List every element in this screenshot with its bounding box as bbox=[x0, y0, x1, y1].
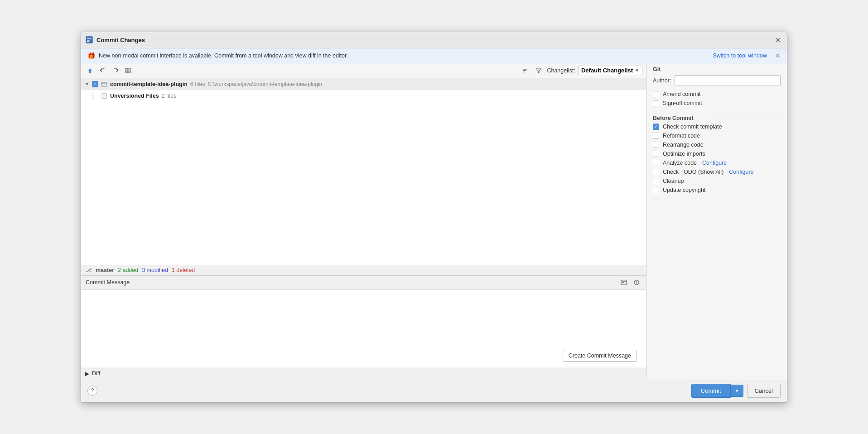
check-commit-template-label: Check commit template bbox=[663, 124, 722, 130]
toolbar: Changelist: Default Changelist ▼ bbox=[81, 63, 646, 78]
rearrange-code-row: Rearrange code bbox=[646, 140, 787, 149]
git-title: Git bbox=[653, 66, 715, 72]
changelist-label: Changelist: bbox=[547, 67, 575, 74]
cancel-button[interactable]: Cancel bbox=[747, 384, 781, 398]
amend-commit-label[interactable]: Amend commit bbox=[663, 91, 700, 97]
svg-rect-4 bbox=[125, 68, 128, 70]
before-commit-divider bbox=[719, 118, 781, 118]
commit-message-header: Commit Message bbox=[81, 276, 646, 290]
author-row: Author: bbox=[646, 73, 787, 90]
info-bar-close-icon[interactable]: ✕ bbox=[775, 52, 781, 59]
unversioned-expand-arrow: ▶ bbox=[85, 93, 92, 98]
filter-btn[interactable] bbox=[533, 65, 544, 76]
cleanup-checkbox[interactable] bbox=[653, 178, 659, 184]
reformat-code-row: Reformat code bbox=[646, 131, 787, 140]
bottom-bar: ? Commit ▼ Cancel bbox=[81, 379, 787, 402]
repo-count: 6 files bbox=[190, 81, 205, 87]
svg-rect-6 bbox=[125, 71, 128, 73]
rearrange-code-checkbox[interactable] bbox=[653, 142, 659, 148]
title-bar: Commit Changes ✕ bbox=[81, 32, 787, 48]
sign-off-commit-label[interactable]: Sign-off commit bbox=[663, 100, 702, 106]
file-tree: ▼ ✓ commit-template-idea-plugin 6 files … bbox=[81, 78, 646, 265]
check-todo-checkbox[interactable] bbox=[653, 169, 659, 175]
redo-btn[interactable] bbox=[110, 65, 121, 76]
commit-button-group: Commit ▼ bbox=[691, 384, 743, 398]
optimize-imports-row: Optimize imports bbox=[646, 149, 787, 158]
update-copyright-label: Update copyright bbox=[663, 187, 706, 193]
svg-rect-5 bbox=[129, 68, 131, 70]
analyze-code-checkbox[interactable] bbox=[653, 160, 659, 166]
changelist-dropdown[interactable]: Default Changelist ▼ bbox=[578, 66, 642, 75]
expand-arrow: ▼ bbox=[85, 81, 92, 86]
info-bar-text: New non-modal commit interface is availa… bbox=[99, 52, 709, 59]
svg-point-13 bbox=[103, 82, 104, 83]
repo-name: commit-template-idea-plugin bbox=[110, 81, 188, 87]
amend-commit-checkbox[interactable] bbox=[653, 91, 659, 97]
amend-commit-row: Amend commit bbox=[646, 90, 787, 99]
diff-section[interactable]: ▶ Diff bbox=[81, 368, 646, 379]
svg-rect-2 bbox=[87, 40, 90, 41]
repo-path: C:\workspace\java\commit-template-idea-p… bbox=[208, 81, 323, 87]
app-icon bbox=[86, 36, 93, 43]
reformat-code-checkbox[interactable] bbox=[653, 133, 659, 139]
unversioned-checkbox[interactable] bbox=[92, 93, 98, 99]
optimize-imports-label: Optimize imports bbox=[663, 151, 705, 157]
chevron-down-icon: ▼ bbox=[635, 68, 639, 73]
update-copyright-row: Update copyright bbox=[646, 186, 787, 195]
changelist-value: Default Changelist bbox=[581, 67, 633, 74]
svg-rect-7 bbox=[129, 71, 131, 73]
cleanup-label: Cleanup bbox=[663, 178, 684, 184]
repo-row[interactable]: ▼ ✓ commit-template-idea-plugin 6 files … bbox=[81, 78, 646, 90]
unversioned-name: Unversioned Files bbox=[110, 93, 159, 99]
repo-checkbox[interactable]: ✓ bbox=[92, 81, 98, 87]
help-button[interactable]: ? bbox=[87, 386, 97, 396]
commit-msg-icon-btn1[interactable] bbox=[619, 277, 629, 287]
analyze-code-configure-link[interactable]: Configure bbox=[702, 160, 727, 166]
info-icon: 🎁 bbox=[87, 52, 95, 59]
update-copyright-checkbox[interactable] bbox=[653, 187, 659, 193]
svg-rect-20 bbox=[622, 282, 624, 282]
status-bar: ⎇ master 2 added 3 modified 1 deleted bbox=[81, 265, 646, 275]
right-panel: Git Author: Amend commit Sign-off commit… bbox=[646, 63, 787, 379]
repo-icon bbox=[101, 81, 108, 88]
diff-label: Diff bbox=[92, 370, 101, 377]
unversioned-icon bbox=[101, 92, 108, 100]
commit-dialog: Commit Changes ✕ 🎁 New non-modal commit … bbox=[81, 32, 787, 403]
branch-name: master bbox=[96, 267, 114, 273]
commit-button[interactable]: Commit bbox=[691, 384, 731, 398]
analyze-code-row: Analyze code Configure bbox=[646, 158, 787, 167]
svg-point-12 bbox=[102, 82, 103, 83]
commit-dropdown-button[interactable]: ▼ bbox=[731, 385, 743, 397]
undo-btn[interactable] bbox=[97, 65, 108, 76]
svg-point-23 bbox=[636, 283, 637, 284]
switch-to-tool-window-link[interactable]: Switch to tool window bbox=[713, 52, 767, 59]
sign-off-commit-checkbox[interactable] bbox=[653, 100, 659, 106]
author-input[interactable] bbox=[675, 75, 781, 86]
git-header: Git bbox=[646, 63, 787, 73]
dialog-title: Commit Changes bbox=[96, 37, 773, 43]
create-commit-message-button[interactable]: Create Commit Message bbox=[563, 350, 637, 362]
check-commit-template-checkbox[interactable]: ✓ bbox=[653, 124, 659, 130]
optimize-imports-checkbox[interactable] bbox=[653, 151, 659, 157]
main-content: Changelist: Default Changelist ▼ ▼ ✓ bbox=[81, 63, 787, 379]
unversioned-count: 2 files bbox=[162, 93, 177, 99]
rearrange-code-label: Rearrange code bbox=[663, 142, 704, 148]
sort-btn[interactable] bbox=[520, 65, 530, 76]
before-commit-title: Before Commit bbox=[653, 115, 715, 121]
commit-message-input[interactable] bbox=[81, 290, 646, 367]
unversioned-row[interactable]: ▶ Unversioned Files 2 files bbox=[81, 90, 646, 102]
group-btn[interactable] bbox=[123, 65, 134, 76]
svg-rect-1 bbox=[87, 38, 92, 39]
git-divider bbox=[719, 69, 781, 69]
add-btn[interactable] bbox=[85, 65, 96, 76]
info-bar: 🎁 New non-modal commit interface is avai… bbox=[81, 48, 787, 63]
commit-msg-icon-btn2[interactable] bbox=[632, 277, 641, 287]
check-todo-row: Check TODO (Show All) Configure bbox=[646, 167, 787, 176]
check-todo-label: Check TODO (Show All) bbox=[663, 169, 723, 175]
author-label: Author: bbox=[653, 77, 671, 84]
svg-rect-3 bbox=[87, 41, 89, 42]
close-button[interactable]: ✕ bbox=[773, 35, 782, 44]
before-commit-header: Before Commit bbox=[646, 112, 787, 122]
check-todo-configure-link[interactable]: Configure bbox=[729, 169, 753, 175]
check-commit-template-row: ✓ Check commit template bbox=[646, 122, 787, 131]
